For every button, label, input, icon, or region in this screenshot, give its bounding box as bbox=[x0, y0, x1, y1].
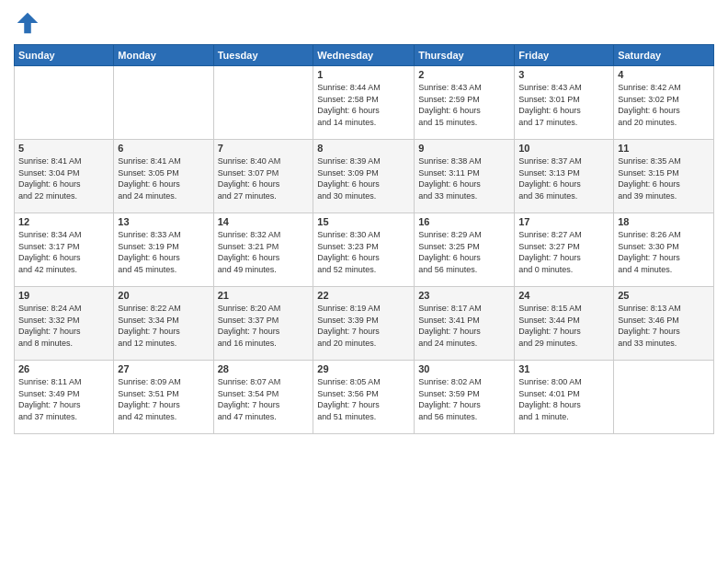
day-number: 5 bbox=[18, 143, 109, 154]
calendar: SundayMondayTuesdayWednesdayThursdayFrid… bbox=[14, 44, 714, 434]
day-info: Sunrise: 8:40 AM Sunset: 3:07 PM Dayligh… bbox=[218, 155, 310, 201]
svg-marker-0 bbox=[17, 13, 39, 34]
day-cell: 28Sunrise: 8:07 AM Sunset: 3:54 PM Dayli… bbox=[213, 361, 313, 434]
day-cell: 6Sunrise: 8:41 AM Sunset: 3:05 PM Daylig… bbox=[114, 140, 213, 213]
day-number: 21 bbox=[218, 290, 310, 301]
day-cell: 22Sunrise: 8:19 AM Sunset: 3:39 PM Dayli… bbox=[313, 287, 415, 361]
day-info: Sunrise: 8:09 AM Sunset: 3:51 PM Dayligh… bbox=[118, 376, 209, 422]
week-row-1: 1Sunrise: 8:44 AM Sunset: 2:58 PM Daylig… bbox=[15, 66, 714, 140]
day-number: 16 bbox=[418, 216, 510, 227]
day-info: Sunrise: 8:22 AM Sunset: 3:34 PM Dayligh… bbox=[118, 303, 209, 349]
day-info: Sunrise: 8:20 AM Sunset: 3:37 PM Dayligh… bbox=[218, 303, 310, 349]
day-header-monday: Monday bbox=[114, 45, 213, 66]
day-cell bbox=[114, 66, 213, 140]
day-cell: 7Sunrise: 8:40 AM Sunset: 3:07 PM Daylig… bbox=[213, 140, 313, 213]
day-info: Sunrise: 8:15 AM Sunset: 3:44 PM Dayligh… bbox=[518, 303, 609, 349]
day-info: Sunrise: 8:24 AM Sunset: 3:32 PM Dayligh… bbox=[18, 303, 109, 349]
day-number: 9 bbox=[418, 143, 510, 154]
day-cell: 27Sunrise: 8:09 AM Sunset: 3:51 PM Dayli… bbox=[114, 361, 213, 434]
day-number: 20 bbox=[118, 290, 209, 301]
day-number: 26 bbox=[18, 363, 109, 374]
day-info: Sunrise: 8:00 AM Sunset: 4:01 PM Dayligh… bbox=[518, 376, 609, 422]
logo bbox=[14, 9, 45, 37]
day-info: Sunrise: 8:05 AM Sunset: 3:56 PM Dayligh… bbox=[317, 376, 410, 422]
day-cell: 15Sunrise: 8:30 AM Sunset: 3:23 PM Dayli… bbox=[313, 213, 415, 287]
day-cell: 31Sunrise: 8:00 AM Sunset: 4:01 PM Dayli… bbox=[515, 361, 614, 434]
week-row-3: 12Sunrise: 8:34 AM Sunset: 3:17 PM Dayli… bbox=[15, 213, 714, 287]
day-number: 27 bbox=[118, 363, 209, 374]
day-header-friday: Friday bbox=[515, 45, 614, 66]
day-info: Sunrise: 8:39 AM Sunset: 3:09 PM Dayligh… bbox=[317, 155, 410, 201]
day-info: Sunrise: 8:11 AM Sunset: 3:49 PM Dayligh… bbox=[18, 376, 109, 422]
day-info: Sunrise: 8:35 AM Sunset: 3:15 PM Dayligh… bbox=[618, 155, 710, 201]
day-cell: 9Sunrise: 8:38 AM Sunset: 3:11 PM Daylig… bbox=[415, 140, 515, 213]
day-cell: 21Sunrise: 8:20 AM Sunset: 3:37 PM Dayli… bbox=[213, 287, 313, 361]
day-info: Sunrise: 8:41 AM Sunset: 3:05 PM Dayligh… bbox=[118, 155, 209, 201]
day-number: 4 bbox=[618, 69, 710, 80]
day-number: 1 bbox=[317, 69, 410, 80]
day-number: 14 bbox=[218, 216, 310, 227]
day-cell: 19Sunrise: 8:24 AM Sunset: 3:32 PM Dayli… bbox=[15, 287, 114, 361]
day-number: 12 bbox=[18, 216, 109, 227]
day-info: Sunrise: 8:07 AM Sunset: 3:54 PM Dayligh… bbox=[218, 376, 310, 422]
day-cell: 10Sunrise: 8:37 AM Sunset: 3:13 PM Dayli… bbox=[515, 140, 614, 213]
header bbox=[14, 9, 714, 37]
day-number: 23 bbox=[418, 290, 510, 301]
day-header-sunday: Sunday bbox=[15, 45, 114, 66]
day-number: 11 bbox=[618, 143, 710, 154]
day-number: 29 bbox=[317, 363, 410, 374]
page: SundayMondayTuesdayWednesdayThursdayFrid… bbox=[0, 0, 728, 563]
day-cell: 26Sunrise: 8:11 AM Sunset: 3:49 PM Dayli… bbox=[15, 361, 114, 434]
day-info: Sunrise: 8:43 AM Sunset: 2:59 PM Dayligh… bbox=[418, 82, 510, 128]
day-number: 13 bbox=[118, 216, 209, 227]
day-cell: 14Sunrise: 8:32 AM Sunset: 3:21 PM Dayli… bbox=[213, 213, 313, 287]
logo-icon bbox=[14, 9, 41, 37]
day-cell bbox=[15, 66, 114, 140]
day-info: Sunrise: 8:32 AM Sunset: 3:21 PM Dayligh… bbox=[218, 229, 310, 275]
day-number: 15 bbox=[317, 216, 410, 227]
day-number: 8 bbox=[317, 143, 410, 154]
day-info: Sunrise: 8:37 AM Sunset: 3:13 PM Dayligh… bbox=[518, 155, 609, 201]
day-info: Sunrise: 8:44 AM Sunset: 2:58 PM Dayligh… bbox=[317, 82, 410, 128]
day-info: Sunrise: 8:19 AM Sunset: 3:39 PM Dayligh… bbox=[317, 303, 410, 349]
day-number: 25 bbox=[618, 290, 710, 301]
day-info: Sunrise: 8:30 AM Sunset: 3:23 PM Dayligh… bbox=[317, 229, 410, 275]
week-row-2: 5Sunrise: 8:41 AM Sunset: 3:04 PM Daylig… bbox=[15, 140, 714, 213]
day-header-tuesday: Tuesday bbox=[213, 45, 313, 66]
day-info: Sunrise: 8:41 AM Sunset: 3:04 PM Dayligh… bbox=[18, 155, 109, 201]
day-header-thursday: Thursday bbox=[415, 45, 515, 66]
day-cell: 16Sunrise: 8:29 AM Sunset: 3:25 PM Dayli… bbox=[415, 213, 515, 287]
day-info: Sunrise: 8:27 AM Sunset: 3:27 PM Dayligh… bbox=[518, 229, 609, 275]
day-number: 6 bbox=[118, 143, 209, 154]
day-number: 24 bbox=[518, 290, 609, 301]
day-info: Sunrise: 8:33 AM Sunset: 3:19 PM Dayligh… bbox=[118, 229, 209, 275]
day-cell: 11Sunrise: 8:35 AM Sunset: 3:15 PM Dayli… bbox=[614, 140, 714, 213]
day-number: 31 bbox=[518, 363, 609, 374]
day-number: 28 bbox=[218, 363, 310, 374]
day-cell: 25Sunrise: 8:13 AM Sunset: 3:46 PM Dayli… bbox=[614, 287, 714, 361]
day-cell: 3Sunrise: 8:43 AM Sunset: 3:01 PM Daylig… bbox=[515, 66, 614, 140]
week-row-4: 19Sunrise: 8:24 AM Sunset: 3:32 PM Dayli… bbox=[15, 287, 714, 361]
day-cell: 8Sunrise: 8:39 AM Sunset: 3:09 PM Daylig… bbox=[313, 140, 415, 213]
day-number: 3 bbox=[518, 69, 609, 80]
day-info: Sunrise: 8:29 AM Sunset: 3:25 PM Dayligh… bbox=[418, 229, 510, 275]
day-cell: 20Sunrise: 8:22 AM Sunset: 3:34 PM Dayli… bbox=[114, 287, 213, 361]
day-number: 7 bbox=[218, 143, 310, 154]
day-cell: 4Sunrise: 8:42 AM Sunset: 3:02 PM Daylig… bbox=[614, 66, 714, 140]
day-cell: 24Sunrise: 8:15 AM Sunset: 3:44 PM Dayli… bbox=[515, 287, 614, 361]
day-cell bbox=[614, 361, 714, 434]
day-number: 18 bbox=[618, 216, 710, 227]
day-info: Sunrise: 8:42 AM Sunset: 3:02 PM Dayligh… bbox=[618, 82, 710, 128]
day-cell: 17Sunrise: 8:27 AM Sunset: 3:27 PM Dayli… bbox=[515, 213, 614, 287]
day-info: Sunrise: 8:17 AM Sunset: 3:41 PM Dayligh… bbox=[418, 303, 510, 349]
day-info: Sunrise: 8:13 AM Sunset: 3:46 PM Dayligh… bbox=[618, 303, 710, 349]
day-number: 19 bbox=[18, 290, 109, 301]
day-cell: 5Sunrise: 8:41 AM Sunset: 3:04 PM Daylig… bbox=[15, 140, 114, 213]
day-cell: 12Sunrise: 8:34 AM Sunset: 3:17 PM Dayli… bbox=[15, 213, 114, 287]
day-cell: 13Sunrise: 8:33 AM Sunset: 3:19 PM Dayli… bbox=[114, 213, 213, 287]
day-info: Sunrise: 8:38 AM Sunset: 3:11 PM Dayligh… bbox=[418, 155, 510, 201]
day-cell: 1Sunrise: 8:44 AM Sunset: 2:58 PM Daylig… bbox=[313, 66, 415, 140]
day-number: 22 bbox=[317, 290, 410, 301]
calendar-header-row: SundayMondayTuesdayWednesdayThursdayFrid… bbox=[15, 45, 714, 66]
day-number: 17 bbox=[518, 216, 609, 227]
